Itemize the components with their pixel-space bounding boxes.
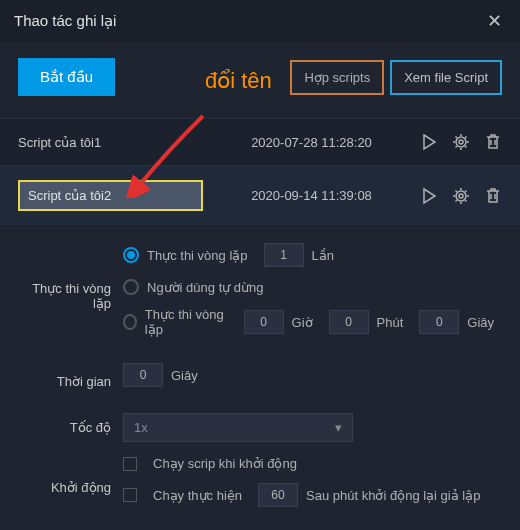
svg-point-2 xyxy=(456,191,466,201)
titlebar: Thao tác ghi lại ✕ xyxy=(0,0,520,42)
time-label: Thời gian xyxy=(18,374,123,389)
play-icon[interactable] xyxy=(420,187,438,205)
startup-option-2a: Chạy thực hiện xyxy=(153,488,242,503)
close-icon[interactable]: ✕ xyxy=(483,10,506,32)
radio-user-stop[interactable] xyxy=(123,279,139,295)
restart-minutes-input[interactable] xyxy=(258,483,298,507)
secs-label: Giây xyxy=(467,315,494,330)
checkbox-run-on-start[interactable] xyxy=(123,457,137,471)
loop-option-2: Người dùng tự dừng xyxy=(147,280,264,295)
radio-loop-duration[interactable] xyxy=(123,314,137,330)
trash-icon[interactable] xyxy=(484,133,502,151)
mins-input[interactable] xyxy=(329,310,369,334)
speed-select[interactable]: 1x ▾ xyxy=(123,413,353,442)
rename-annotation: đổi tên xyxy=(205,68,272,94)
speed-label: Tốc độ xyxy=(18,420,123,435)
loop-option-3: Thực thi vòng lặp xyxy=(145,307,228,337)
hours-input[interactable] xyxy=(244,310,284,334)
script-name: Script của tôi1 xyxy=(18,135,203,150)
svg-point-0 xyxy=(456,137,466,147)
script-row[interactable]: 2020-09-14 11:39:08 xyxy=(0,165,520,225)
window-title: Thao tác ghi lại xyxy=(14,12,116,30)
settings-panel: Thực thi vòng lặp Thực thi vòng lặp Lần … xyxy=(0,225,520,519)
chevron-down-icon: ▾ xyxy=(335,420,342,435)
loop-label: Thực thi vòng lặp xyxy=(18,281,123,311)
view-script-file-button[interactable]: Xem file Script xyxy=(390,60,502,95)
script-name-input[interactable] xyxy=(18,180,203,211)
script-date: 2020-09-14 11:39:08 xyxy=(203,188,420,203)
trash-icon[interactable] xyxy=(484,187,502,205)
merge-scripts-button[interactable]: Hợp scripts xyxy=(290,60,384,95)
script-row[interactable]: Script của tôi1 2020-07-28 11:28:20 xyxy=(0,118,520,165)
gear-icon[interactable] xyxy=(452,187,470,205)
gear-icon[interactable] xyxy=(452,133,470,151)
script-date: 2020-07-28 11:28:20 xyxy=(203,135,420,150)
svg-point-3 xyxy=(459,194,463,198)
startup-option-1: Chạy scrip khi khởi động xyxy=(153,456,297,471)
toolbar: Bắt đầu Hợp scripts Xem file Script đổi … xyxy=(0,42,520,118)
time-input[interactable] xyxy=(123,363,163,387)
start-button[interactable]: Bắt đầu xyxy=(18,58,115,96)
loop-count-input[interactable] xyxy=(264,243,304,267)
secs-input[interactable] xyxy=(419,310,459,334)
svg-point-1 xyxy=(459,140,463,144)
startup-label: Khởi động xyxy=(18,480,123,495)
time-unit: Giây xyxy=(171,368,198,383)
loop-unit: Lần xyxy=(312,248,334,263)
loop-option-1: Thực thi vòng lặp xyxy=(147,248,248,263)
checkbox-restart-after[interactable] xyxy=(123,488,137,502)
hours-label: Giờ xyxy=(292,315,313,330)
speed-value: 1x xyxy=(134,420,148,435)
radio-loop-count[interactable] xyxy=(123,247,139,263)
script-list: Script của tôi1 2020-07-28 11:28:20 2020… xyxy=(0,118,520,225)
mins-label: Phút xyxy=(377,315,404,330)
play-icon[interactable] xyxy=(420,133,438,151)
startup-option-2b: Sau phút khởi động lại giả lập xyxy=(306,488,480,503)
